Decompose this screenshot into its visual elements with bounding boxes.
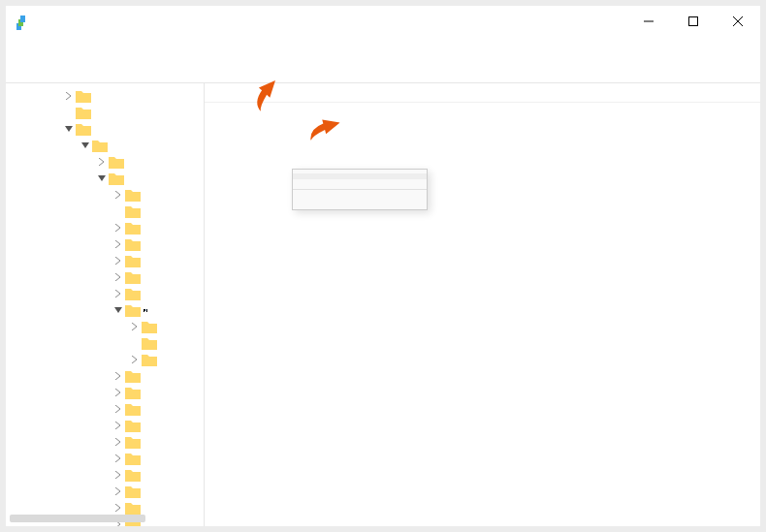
menu-rename[interactable] — [293, 200, 427, 205]
menu-view[interactable] — [52, 50, 72, 54]
menu-modify-binary[interactable] — [293, 179, 427, 185]
tree-item-identity[interactable] — [6, 301, 204, 318]
svg-point-9 — [409, 265, 417, 272]
horizontal-scrollbar[interactable] — [10, 515, 145, 522]
svg-rect-10 — [404, 345, 423, 351]
minimize-button[interactable] — [626, 6, 671, 37]
tree-item-languager[interactable] — [6, 384, 204, 400]
tree-item-profiles[interactable] — [6, 334, 204, 351]
tree-item-clienttelem[interactable] — [6, 186, 204, 203]
tree-item-responsive[interactable] — [6, 499, 204, 516]
svg-rect-4 — [689, 17, 698, 26]
tree-item-common[interactable] — [6, 170, 204, 186]
tree-sidebar — [6, 83, 205, 526]
menu-favorites[interactable] — [72, 50, 91, 54]
tree-item-servicea[interactable] — [6, 351, 204, 367]
tree-item-customuiv[interactable] — [6, 203, 204, 219]
list-header — [205, 83, 760, 103]
tree-item-research[interactable] — [6, 483, 204, 499]
tree-item-lccache[interactable] — [6, 400, 204, 417]
tree-item-experiment[interactable] — [6, 252, 204, 268]
window-controls — [626, 6, 760, 41]
tree-item-general[interactable] — [6, 285, 204, 301]
tree-item-narrator[interactable] — [6, 87, 204, 104]
close-button[interactable] — [716, 6, 760, 37]
svg-rect-2 — [20, 16, 25, 22]
tree-item-nucleus[interactable] — [6, 104, 204, 120]
tree-item-internet[interactable] — [6, 367, 204, 384]
tree-item-experiment[interactable] — [6, 268, 204, 285]
menubar — [6, 41, 760, 64]
tree-item-drawalerts[interactable] — [6, 219, 204, 235]
tree-item-mailsetting[interactable] — [6, 433, 204, 450]
menu-help[interactable] — [91, 50, 111, 54]
svg-rect-8 — [395, 275, 431, 338]
menu-file[interactable] — [14, 50, 33, 54]
menu-divider — [293, 189, 427, 190]
tree-item-experiment[interactable] — [6, 235, 204, 252]
tree-item-licensing[interactable] — [6, 417, 204, 433]
tree-item-access[interactable] — [6, 153, 204, 170]
context-menu — [292, 169, 428, 210]
titlebar — [6, 6, 760, 41]
tree-item-16[interactable] — [6, 137, 204, 153]
watermark — [205, 83, 760, 526]
main-list — [205, 83, 760, 526]
address-bar[interactable] — [6, 64, 760, 83]
menu-edit[interactable] — [33, 50, 52, 54]
maximize-button[interactable] — [671, 6, 716, 37]
tree-item-office[interactable] — [6, 120, 204, 137]
tree-item-privacy[interactable] — [6, 466, 204, 483]
app-icon — [16, 16, 31, 31]
tree-item-migration[interactable] — [6, 450, 204, 466]
tree-item-identities[interactable] — [6, 318, 204, 334]
svg-rect-7 — [386, 259, 441, 355]
